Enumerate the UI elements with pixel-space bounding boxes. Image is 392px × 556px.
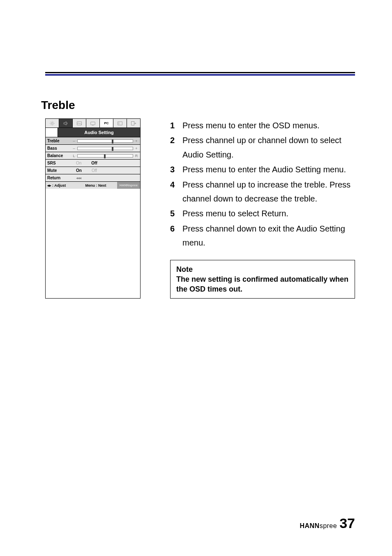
- step-6: 6Press channel down to exit the Audio Se…: [170, 222, 355, 250]
- step-num: 5: [170, 206, 177, 220]
- bass-thumb: [112, 147, 113, 151]
- footer-brand-bold: HANN: [300, 522, 319, 529]
- etc-icon: [117, 120, 123, 126]
- content-columns: PC Audio Setting Treble – + Bass –: [45, 118, 355, 299]
- note-label: Note: [176, 264, 349, 274]
- rule-top: [45, 72, 355, 73]
- bass-plus: +: [134, 146, 138, 151]
- page-footer: HANNspree 37: [300, 515, 355, 531]
- footer-brand-light: spree: [320, 522, 337, 529]
- adjust-arrows-icon: ◂▸: [47, 183, 51, 188]
- osd-row-bass: Bass – +: [46, 144, 140, 152]
- osd-row-mute: Mute On Off: [46, 167, 140, 174]
- srs-options: On Off: [72, 161, 138, 165]
- footer-brand: HANNspree: [300, 522, 337, 530]
- balance-slider-wrap: L R: [72, 154, 138, 158]
- note-text: The new setting is confirmed automatical…: [176, 275, 348, 293]
- osd-footer-adjust: ◂▸ : Adjust: [46, 183, 74, 188]
- bass-label: Bass: [47, 146, 72, 151]
- return-arrows: ◂◂◂: [72, 176, 138, 180]
- treble-label: Treble: [47, 139, 72, 143]
- section-heading: Treble: [41, 99, 75, 112]
- step-text: Press menu to select Return.: [182, 206, 355, 220]
- bass-minus: –: [72, 146, 76, 151]
- tv-icon: [90, 120, 96, 126]
- mute-label: Mute: [47, 168, 72, 173]
- step-num: 1: [170, 118, 177, 132]
- page: Treble PC Audio Setting Treble –: [0, 0, 392, 556]
- bass-slider-wrap: – +: [72, 146, 138, 151]
- adjust-label: : Adjust: [52, 183, 66, 188]
- rule-accent: [45, 74, 355, 76]
- osd-row-treble: Treble – +: [46, 137, 140, 144]
- srs-off: Off: [91, 161, 97, 165]
- osd-footer-menu-next: Menu : Next: [74, 183, 117, 188]
- osd-menu-illustration: PC Audio Setting Treble – + Bass –: [45, 118, 141, 299]
- osd-footer: ◂▸ : Adjust Menu : Next HANNspree: [46, 181, 140, 189]
- sun-icon: [49, 120, 55, 126]
- step-3: 3Press menu to enter the Audio Setting m…: [170, 162, 355, 176]
- bass-slider: [77, 147, 133, 150]
- step-num: 4: [170, 178, 177, 206]
- mute-on: On: [76, 168, 82, 173]
- instructions-column: 1Press menu to enter the OSD menus. 2Pre…: [170, 118, 355, 299]
- treble-slider: [77, 139, 133, 143]
- tab-picture: [73, 119, 86, 127]
- step-text: Press channel up or channel down to sele…: [182, 133, 355, 162]
- svg-point-0: [51, 122, 53, 124]
- mute-options: On Off: [72, 168, 138, 173]
- step-4: 4Press channel up to increase the treble…: [170, 178, 355, 206]
- speaker-icon: [63, 120, 69, 126]
- svg-rect-3: [118, 121, 122, 125]
- step-num: 2: [170, 133, 177, 162]
- tab-pc: PC: [100, 119, 113, 127]
- page-number: 37: [339, 515, 355, 531]
- balance-l: L: [72, 154, 76, 158]
- tab-brightness: [46, 119, 59, 127]
- step-num: 3: [170, 162, 177, 176]
- treble-thumb: [112, 139, 113, 144]
- step-num: 6: [170, 222, 177, 250]
- note-box: Note The new setting is confirmed automa…: [170, 260, 355, 299]
- step-text: Press channel down to exit the Audio Set…: [182, 222, 355, 250]
- osd-row-srs: SRS On Off: [46, 159, 140, 167]
- svg-rect-2: [91, 122, 95, 125]
- balance-thumb: [104, 154, 106, 158]
- osd-footer-brand: HANNspree: [117, 182, 140, 189]
- mute-off: Off: [92, 168, 97, 173]
- treble-plus: +: [134, 139, 138, 143]
- osd-title: Audio Setting: [58, 128, 140, 137]
- pc-tab-label: PC: [104, 121, 108, 125]
- step-1: 1Press menu to enter the OSD menus.: [170, 118, 355, 132]
- exit-icon: [131, 120, 136, 126]
- tab-audio: [59, 119, 73, 127]
- osd-row-return: Return ◂◂◂: [46, 174, 140, 181]
- return-label: Return: [47, 176, 72, 180]
- tab-tv: [86, 119, 100, 127]
- step-5: 5Press menu to select Return.: [170, 206, 355, 220]
- balance-slider: [77, 154, 133, 158]
- tab-exit: [127, 119, 140, 127]
- srs-on: On: [76, 161, 81, 165]
- osd-title-row: Audio Setting: [46, 128, 140, 137]
- osd-tab-strip: PC: [46, 119, 140, 128]
- balance-label: Balance: [47, 153, 72, 158]
- steps-list: 1Press menu to enter the OSD menus. 2Pre…: [170, 118, 355, 250]
- treble-minus: –: [72, 139, 76, 143]
- step-text: Press menu to enter the OSD menus.: [182, 118, 355, 132]
- picture-icon: [76, 120, 82, 126]
- srs-label: SRS: [47, 161, 72, 165]
- osd-title-blank: [46, 128, 58, 137]
- osd-row-balance: Balance L R: [46, 152, 140, 159]
- step-text: Press channel up to increase the treble.…: [182, 178, 355, 206]
- step-2: 2Press channel up or channel down to sel…: [170, 133, 355, 162]
- svg-rect-4: [131, 121, 134, 125]
- tab-etc: [113, 119, 127, 127]
- balance-r: R: [134, 154, 138, 158]
- step-text: Press menu to enter the Audio Setting me…: [182, 162, 355, 176]
- treble-slider-wrap: – +: [72, 139, 138, 143]
